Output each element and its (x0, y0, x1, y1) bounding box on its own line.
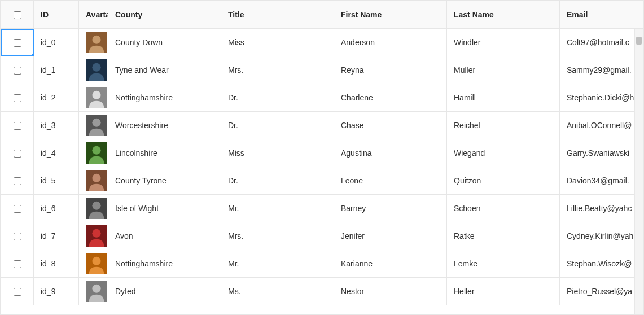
cell-first-name[interactable]: Anderson (334, 29, 447, 56)
cell-email[interactable]: Stephan.Wisozk@ (560, 250, 645, 278)
cell-id[interactable]: id_1 (34, 56, 79, 84)
table-row[interactable]: id_3WorcestershireDr.ChaseReichelAnibal.… (1, 112, 645, 139)
cell-title[interactable]: Dr. (221, 167, 334, 195)
cell-first-name[interactable]: Nestor (334, 278, 447, 305)
table-row[interactable]: id_6Isle of WightMr.BarneySchoenLillie.B… (1, 195, 645, 222)
row-checkbox-cell[interactable] (1, 139, 34, 167)
row-checkbox-cell[interactable] (1, 56, 34, 84)
cell-id[interactable]: id_9 (34, 278, 79, 305)
row-checkbox-cell[interactable] (1, 84, 34, 112)
table-row[interactable]: id_9DyfedMs.NestorHellerPietro_Russel@ya (1, 278, 645, 305)
cell-county[interactable]: Isle of Wight (108, 195, 221, 222)
cell-last-name[interactable]: Windler (447, 29, 560, 56)
cell-email[interactable]: Davion34@gmail. (560, 167, 645, 195)
cell-id[interactable]: id_0 (34, 29, 79, 56)
cell-email[interactable]: Sammy29@gmail. (560, 56, 645, 84)
header-email[interactable]: Email (560, 1, 645, 29)
cell-first-name[interactable]: Charlene (334, 84, 447, 112)
cell-county[interactable]: Avon (108, 222, 221, 250)
cell-avatar[interactable] (79, 278, 108, 305)
row-checkbox[interactable] (14, 260, 21, 268)
cell-email[interactable]: Pietro_Russel@ya (560, 278, 645, 305)
cell-title[interactable]: Mrs. (221, 222, 334, 250)
cell-county[interactable]: Dyfed (108, 278, 221, 305)
cell-last-name[interactable]: Ratke (447, 222, 560, 250)
scrollbar-thumb[interactable] (636, 37, 642, 45)
row-checkbox[interactable] (14, 122, 21, 130)
cell-first-name[interactable]: Barney (334, 195, 447, 222)
cell-id[interactable]: id_7 (34, 222, 79, 250)
cell-last-name[interactable]: Quitzon (447, 167, 560, 195)
cell-first-name[interactable]: Leone (334, 167, 447, 195)
cell-title[interactable]: Mr. (221, 195, 334, 222)
cell-id[interactable]: id_8 (34, 250, 79, 278)
row-checkbox-cell[interactable] (1, 195, 34, 222)
cell-first-name[interactable]: Chase (334, 112, 447, 139)
row-checkbox[interactable] (14, 233, 21, 240)
row-checkbox-cell[interactable] (1, 112, 34, 139)
row-checkbox-cell[interactable] (1, 29, 34, 56)
row-checkbox[interactable] (14, 288, 21, 296)
table-row[interactable]: id_7AvonMrs.JeniferRatkeCydney.Kirlin@ya… (1, 222, 645, 250)
cell-avatar[interactable] (79, 139, 108, 167)
cell-id[interactable]: id_4 (34, 139, 79, 167)
table-row[interactable]: id_2NottinghamshireDr.CharleneHamillStep… (1, 84, 645, 112)
cell-county[interactable]: Lincolnshire (108, 139, 221, 167)
select-all-checkbox[interactable] (14, 11, 21, 19)
cell-title[interactable]: Mr. (221, 250, 334, 278)
row-checkbox-cell[interactable] (1, 167, 34, 195)
table-row[interactable]: id_4LincolnshireMissAgustinaWiegandGarry… (1, 139, 645, 167)
cell-avatar[interactable] (79, 167, 108, 195)
cell-email[interactable]: Cydney.Kirlin@yah (560, 222, 645, 250)
row-checkbox-cell[interactable] (1, 222, 34, 250)
row-checkbox[interactable] (14, 39, 21, 47)
cell-first-name[interactable]: Karianne (334, 250, 447, 278)
cell-first-name[interactable]: Agustina (334, 139, 447, 167)
cell-avatar[interactable] (79, 29, 108, 56)
cell-title[interactable]: Miss (221, 139, 334, 167)
cell-email[interactable]: Stephanie.Dicki@h (560, 84, 645, 112)
cell-avatar[interactable] (79, 250, 108, 278)
cell-last-name[interactable]: Schoen (447, 195, 560, 222)
cell-email[interactable]: Lillie.Beatty@yahc (560, 195, 645, 222)
cell-id[interactable]: id_2 (34, 84, 79, 112)
table-row[interactable]: id_8NottinghamshireMr.KarianneLemkeSteph… (1, 250, 645, 278)
cell-county[interactable]: Tyne and Wear (108, 56, 221, 84)
cell-avatar[interactable] (79, 112, 108, 139)
cell-last-name[interactable]: Muller (447, 56, 560, 84)
cell-email[interactable]: Colt97@hotmail.c (560, 29, 645, 56)
cell-last-name[interactable]: Hamill (447, 84, 560, 112)
cell-title[interactable]: Miss (221, 29, 334, 56)
vertical-scrollbar[interactable] (634, 29, 643, 314)
table-row[interactable]: id_5County TyroneDr.LeoneQuitzonDavion34… (1, 167, 645, 195)
cell-first-name[interactable]: Jenifer (334, 222, 447, 250)
cell-title[interactable]: Ms. (221, 278, 334, 305)
cell-county[interactable]: County Tyrone (108, 167, 221, 195)
cell-title[interactable]: Mrs. (221, 56, 334, 84)
cell-id[interactable]: id_6 (34, 195, 79, 222)
row-checkbox-cell[interactable] (1, 278, 34, 305)
cell-id[interactable]: id_3 (34, 112, 79, 139)
cell-id[interactable]: id_5 (34, 167, 79, 195)
header-title[interactable]: Title (221, 1, 334, 29)
row-checkbox[interactable] (14, 150, 21, 158)
cell-first-name[interactable]: Reyna (334, 56, 447, 84)
row-checkbox[interactable] (14, 205, 21, 213)
cell-last-name[interactable]: Lemke (447, 250, 560, 278)
cell-last-name[interactable]: Heller (447, 278, 560, 305)
cell-avatar[interactable] (79, 195, 108, 222)
cell-county[interactable]: Worcestershire (108, 112, 221, 139)
cell-avatar[interactable] (79, 222, 108, 250)
cell-last-name[interactable]: Reichel (447, 112, 560, 139)
table-row[interactable]: id_1Tyne and WearMrs.ReynaMullerSammy29@… (1, 56, 645, 84)
cell-email[interactable]: Anibal.OConnell@ (560, 112, 645, 139)
row-checkbox-cell[interactable] (1, 250, 34, 278)
cell-title[interactable]: Dr. (221, 84, 334, 112)
row-checkbox[interactable] (14, 94, 21, 102)
cell-avatar[interactable] (79, 84, 108, 112)
header-id[interactable]: ID (34, 1, 79, 29)
cell-last-name[interactable]: Wiegand (447, 139, 560, 167)
cell-title[interactable]: Dr. (221, 112, 334, 139)
cell-avatar[interactable] (79, 56, 108, 84)
header-county[interactable]: County (108, 1, 221, 29)
